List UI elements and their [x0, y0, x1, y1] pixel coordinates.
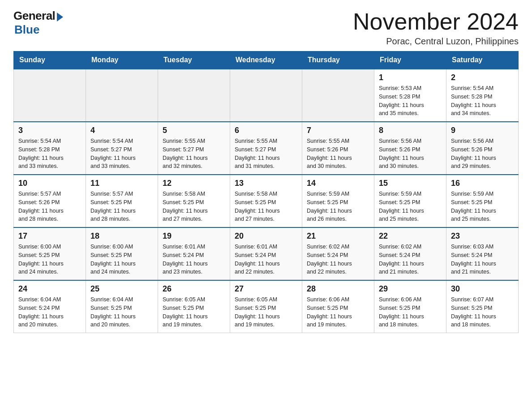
calendar-day-cell: 22Sunrise: 6:02 AMSunset: 5:24 PMDayligh…: [374, 227, 446, 280]
day-info: Sunrise: 5:55 AMSunset: 5:27 PMDaylight:…: [163, 137, 225, 171]
day-of-week-header: Friday: [374, 51, 446, 69]
calendar-day-cell: 7Sunrise: 5:55 AMSunset: 5:26 PMDaylight…: [302, 122, 374, 175]
day-info: Sunrise: 5:57 AMSunset: 5:26 PMDaylight:…: [18, 190, 81, 223]
calendar-day-cell: 8Sunrise: 5:56 AMSunset: 5:26 PMDaylight…: [374, 122, 446, 175]
day-info: Sunrise: 6:00 AMSunset: 5:25 PMDaylight:…: [18, 243, 81, 276]
day-number: 29: [379, 284, 442, 294]
day-info: Sunrise: 5:56 AMSunset: 5:26 PMDaylight:…: [379, 137, 442, 171]
day-number: 18: [90, 231, 153, 241]
day-of-week-header: Saturday: [446, 51, 519, 69]
day-number: 13: [235, 179, 297, 188]
day-info: Sunrise: 6:04 AMSunset: 5:24 PMDaylight:…: [18, 295, 81, 329]
day-info: Sunrise: 5:59 AMSunset: 5:25 PMDaylight:…: [379, 190, 442, 223]
calendar-day-cell: 14Sunrise: 5:59 AMSunset: 5:25 PMDayligh…: [302, 175, 374, 227]
day-number: 9: [451, 126, 514, 135]
calendar-day-cell: 29Sunrise: 6:06 AMSunset: 5:25 PMDayligh…: [374, 280, 446, 333]
calendar-day-cell: 4Sunrise: 5:54 AMSunset: 5:27 PMDaylight…: [86, 122, 158, 175]
day-number: 11: [90, 179, 153, 188]
calendar-day-cell: [302, 69, 374, 122]
day-number: 26: [163, 284, 225, 294]
day-info: Sunrise: 6:06 AMSunset: 5:25 PMDaylight:…: [307, 295, 369, 329]
day-info: Sunrise: 5:54 AMSunset: 5:28 PMDaylight:…: [451, 84, 514, 118]
day-of-week-header: Tuesday: [158, 51, 230, 69]
day-number: 3: [18, 126, 81, 135]
day-info: Sunrise: 5:58 AMSunset: 5:25 PMDaylight:…: [163, 190, 225, 223]
calendar-day-cell: [14, 69, 86, 122]
day-number: 4: [90, 126, 153, 135]
calendar-day-cell: 25Sunrise: 6:04 AMSunset: 5:25 PMDayligh…: [86, 280, 158, 333]
day-number: 16: [451, 179, 514, 188]
day-info: Sunrise: 5:55 AMSunset: 5:26 PMDaylight:…: [307, 137, 369, 171]
day-number: 30: [451, 284, 514, 294]
day-info: Sunrise: 6:02 AMSunset: 5:24 PMDaylight:…: [307, 243, 369, 276]
logo-general-text: General: [13, 9, 55, 23]
calendar-day-cell: 28Sunrise: 6:06 AMSunset: 5:25 PMDayligh…: [302, 280, 374, 333]
day-info: Sunrise: 5:59 AMSunset: 5:25 PMDaylight:…: [307, 190, 369, 223]
calendar-day-cell: 11Sunrise: 5:57 AMSunset: 5:25 PMDayligh…: [86, 175, 158, 227]
day-info: Sunrise: 6:04 AMSunset: 5:25 PMDaylight:…: [90, 295, 153, 329]
calendar-day-cell: 30Sunrise: 6:07 AMSunset: 5:25 PMDayligh…: [446, 280, 519, 333]
calendar-day-cell: 12Sunrise: 5:58 AMSunset: 5:25 PMDayligh…: [158, 175, 230, 227]
day-info: Sunrise: 5:59 AMSunset: 5:25 PMDaylight:…: [451, 190, 514, 223]
day-number: 22: [379, 231, 442, 241]
day-number: 5: [163, 126, 225, 135]
day-of-week-header: Sunday: [14, 51, 86, 69]
day-info: Sunrise: 6:05 AMSunset: 5:25 PMDaylight:…: [163, 295, 225, 329]
day-number: 28: [307, 284, 369, 294]
day-info: Sunrise: 5:55 AMSunset: 5:27 PMDaylight:…: [235, 137, 297, 171]
day-number: 6: [235, 126, 297, 135]
day-number: 23: [451, 231, 514, 241]
day-number: 19: [163, 231, 225, 241]
calendar-day-cell: 13Sunrise: 5:58 AMSunset: 5:25 PMDayligh…: [230, 175, 302, 227]
calendar-day-cell: 1Sunrise: 5:53 AMSunset: 5:28 PMDaylight…: [374, 69, 446, 122]
day-of-week-header: Thursday: [302, 51, 374, 69]
calendar-week-row: 24Sunrise: 6:04 AMSunset: 5:24 PMDayligh…: [14, 280, 519, 333]
calendar-day-cell: [86, 69, 158, 122]
day-number: 14: [307, 179, 369, 188]
day-info: Sunrise: 6:03 AMSunset: 5:24 PMDaylight:…: [451, 243, 514, 276]
calendar-day-cell: 26Sunrise: 6:05 AMSunset: 5:25 PMDayligh…: [158, 280, 230, 333]
calendar-day-cell: 20Sunrise: 6:01 AMSunset: 5:24 PMDayligh…: [230, 227, 302, 280]
day-info: Sunrise: 6:05 AMSunset: 5:25 PMDaylight:…: [235, 295, 297, 329]
day-info: Sunrise: 6:01 AMSunset: 5:24 PMDaylight:…: [235, 243, 297, 276]
calendar-day-cell: 16Sunrise: 5:59 AMSunset: 5:25 PMDayligh…: [446, 175, 519, 227]
day-info: Sunrise: 6:02 AMSunset: 5:24 PMDaylight:…: [379, 243, 442, 276]
logo: General Blue: [13, 9, 63, 37]
calendar-header-row: SundayMondayTuesdayWednesdayThursdayFrid…: [14, 51, 519, 69]
day-info: Sunrise: 6:06 AMSunset: 5:25 PMDaylight:…: [379, 295, 442, 329]
day-number: 15: [379, 179, 442, 188]
day-info: Sunrise: 5:58 AMSunset: 5:25 PMDaylight:…: [235, 190, 297, 223]
day-info: Sunrise: 5:54 AMSunset: 5:27 PMDaylight:…: [90, 137, 153, 171]
calendar-day-cell: 6Sunrise: 5:55 AMSunset: 5:27 PMDaylight…: [230, 122, 302, 175]
day-number: 17: [18, 231, 81, 241]
location-text: Porac, Central Luzon, Philippines: [353, 36, 519, 47]
logo-blue-text: Blue: [14, 23, 39, 37]
title-section: November 2024 Porac, Central Luzon, Phil…: [353, 9, 519, 47]
day-of-week-header: Monday: [86, 51, 158, 69]
day-number: 24: [18, 284, 81, 294]
day-info: Sunrise: 5:53 AMSunset: 5:28 PMDaylight:…: [379, 84, 442, 118]
day-number: 21: [307, 231, 369, 241]
day-number: 2: [451, 73, 514, 82]
calendar-day-cell: [158, 69, 230, 122]
day-number: 12: [163, 179, 225, 188]
calendar-day-cell: 19Sunrise: 6:01 AMSunset: 5:24 PMDayligh…: [158, 227, 230, 280]
month-title: November 2024: [353, 9, 519, 34]
calendar-day-cell: 3Sunrise: 5:54 AMSunset: 5:28 PMDaylight…: [14, 122, 86, 175]
calendar-day-cell: 9Sunrise: 5:56 AMSunset: 5:26 PMDaylight…: [446, 122, 519, 175]
day-number: 8: [379, 126, 442, 135]
calendar-week-row: 3Sunrise: 5:54 AMSunset: 5:28 PMDaylight…: [14, 122, 519, 175]
day-info: Sunrise: 6:07 AMSunset: 5:25 PMDaylight:…: [451, 295, 514, 329]
day-info: Sunrise: 5:54 AMSunset: 5:28 PMDaylight:…: [18, 137, 81, 171]
calendar-table: SundayMondayTuesdayWednesdayThursdayFrid…: [13, 51, 519, 333]
day-number: 27: [235, 284, 297, 294]
calendar-day-cell: 15Sunrise: 5:59 AMSunset: 5:25 PMDayligh…: [374, 175, 446, 227]
calendar-week-row: 10Sunrise: 5:57 AMSunset: 5:26 PMDayligh…: [14, 175, 519, 227]
day-of-week-header: Wednesday: [230, 51, 302, 69]
day-number: 20: [235, 231, 297, 241]
calendar-week-row: 17Sunrise: 6:00 AMSunset: 5:25 PMDayligh…: [14, 227, 519, 280]
day-number: 25: [90, 284, 153, 294]
day-number: 7: [307, 126, 369, 135]
day-info: Sunrise: 6:01 AMSunset: 5:24 PMDaylight:…: [163, 243, 225, 276]
calendar-day-cell: 21Sunrise: 6:02 AMSunset: 5:24 PMDayligh…: [302, 227, 374, 280]
